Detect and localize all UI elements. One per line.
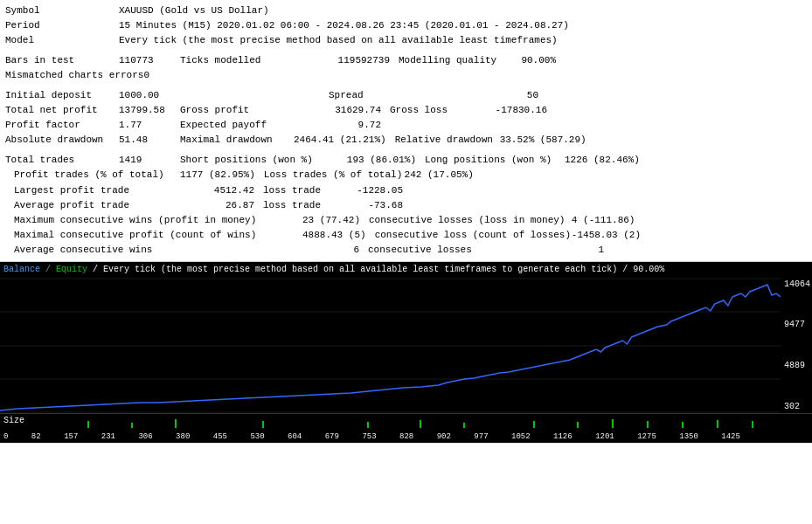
- x-label-1052: 1052: [511, 432, 531, 441]
- avg-profit-value: 26.87: [180, 198, 254, 213]
- total-trades-label: Total trades: [5, 153, 119, 168]
- svg-rect-18: [752, 421, 753, 428]
- profit-factor-row: Profit factor 1.77 Expected payoff 9.72: [5, 118, 807, 133]
- gross-loss-value: -17830.16: [468, 103, 547, 118]
- avg-profit-label: Average profit trade: [5, 198, 180, 213]
- drawdown-row: Absolute drawdown 51.48 Maximal drawdown…: [5, 133, 807, 148]
- largest-trade-row: Largest profit trade 4512.42 loss trade …: [5, 183, 807, 198]
- abs-dd-label: Absolute drawdown: [5, 133, 119, 148]
- total-trades-value: 1419: [119, 153, 180, 168]
- x-label-82: 82: [31, 432, 41, 441]
- chart-header: Balance / Equity / Every tick (the most …: [0, 262, 812, 278]
- bars-value: 110773: [119, 53, 180, 68]
- x-axis-labels: 0 82 157 231 306 380 455 530 604 679 753…: [3, 432, 740, 441]
- largest-profit-label: Largest profit trade: [5, 183, 180, 198]
- mismatched-value: 0: [143, 68, 231, 83]
- x-label-1126: 1126: [553, 432, 573, 441]
- max-dd-value: 2464.41 (21.21%): [294, 133, 386, 148]
- model-row: Model Every tick (the most precise metho…: [5, 33, 807, 48]
- avg-consec-wins-label: Average consecutive wins: [5, 243, 302, 258]
- profit-factor-label: Profit factor: [5, 118, 119, 133]
- net-profit-row: Total net profit 13799.58 Gross profit 3…: [5, 103, 807, 118]
- svg-rect-6: [131, 423, 133, 428]
- deposit-value: 1000.00: [119, 88, 329, 103]
- x-label-1350: 1350: [679, 432, 698, 441]
- symbol-value: XAUUSD (Gold vs US Dollar): [119, 3, 269, 18]
- max-consec-row: Maximum consecutive wins (profit in mone…: [5, 213, 807, 228]
- abs-dd-value: 51.48: [119, 133, 180, 148]
- y-axis-labels: 14064 9477 4889 302: [784, 278, 810, 413]
- avg-consec-losses-value: 1: [534, 243, 604, 258]
- chart-container: Balance / Equity / Every tick (the most …: [0, 261, 812, 431]
- svg-rect-17: [717, 420, 718, 428]
- average-trade-row: Average profit trade 26.87 loss trade -7…: [5, 198, 807, 213]
- net-profit-label: Total net profit: [5, 103, 119, 118]
- svg-rect-13: [577, 422, 579, 428]
- ticks-label: Ticks modelled: [180, 53, 302, 68]
- short-pos-label: Short positions (won %): [180, 153, 342, 168]
- x-label-157: 157: [64, 432, 78, 441]
- avg-loss-label: loss trade: [254, 198, 333, 213]
- svg-rect-16: [682, 422, 684, 428]
- max-losses-value: 4 (-111.86): [565, 213, 635, 228]
- x-label-977: 977: [474, 432, 488, 441]
- deposit-row: Initial deposit 1000.00 Spread 50: [5, 88, 807, 103]
- avg-consec-losses-label: consecutive losses: [359, 243, 534, 258]
- loss-trades-value: 242 (17.05%): [404, 168, 474, 183]
- gross-profit-label: Gross profit: [180, 103, 294, 118]
- size-bars-svg: [0, 414, 778, 431]
- max-losses-label: consecutive losses (loss in money): [360, 213, 565, 228]
- largest-loss-label: loss trade: [254, 183, 333, 198]
- y-label-2: 9477: [784, 320, 810, 329]
- svg-rect-8: [262, 421, 264, 428]
- max-consec-loss-label: consecutive loss (count of losses): [366, 228, 571, 243]
- long-pos-value: 1226 (82.46%): [565, 153, 640, 168]
- spread-value: 50: [468, 88, 538, 103]
- max-consec-loss-value: -1458.03 (2): [571, 228, 641, 243]
- ticks-value: 119592739: [302, 53, 390, 68]
- model-label: Model: [5, 33, 119, 48]
- bars-row: Bars in test 110773 Ticks modelled 11959…: [5, 53, 807, 68]
- avg-consec-row: Average consecutive wins 6 consecutive l…: [5, 243, 807, 258]
- largest-profit-value: 4512.42: [180, 183, 254, 198]
- total-trades-row: Total trades 1419 Short positions (won %…: [5, 153, 807, 168]
- svg-rect-7: [175, 419, 177, 428]
- x-label-0: 0: [3, 432, 8, 441]
- max-wins-value: 23 (77.42): [302, 213, 360, 228]
- mq-value: 90.00%: [503, 53, 556, 68]
- y-label-top: 14064: [784, 279, 810, 289]
- separator1: /: [45, 265, 56, 274]
- largest-loss-value: -1228.05: [333, 183, 403, 198]
- expected-payoff-label: Expected payoff: [180, 118, 294, 133]
- x-label-604: 604: [288, 432, 302, 441]
- x-label-1275: 1275: [637, 432, 656, 441]
- expected-payoff-value: 9.72: [294, 118, 381, 133]
- x-label-1201: 1201: [595, 432, 614, 441]
- max-dd-label: Maximal drawdown: [180, 133, 294, 148]
- svg-rect-9: [367, 422, 369, 428]
- avg-consec-wins-value: 6: [302, 243, 359, 258]
- loss-trades-label: Loss trades (% of total): [255, 168, 404, 183]
- size-bar-area: Size: [0, 413, 812, 431]
- period-value: 15 Minutes (M15) 2020.01.02 06:00 - 2024…: [119, 18, 569, 33]
- deposit-label: Initial deposit: [5, 88, 119, 103]
- y-label-bottom: 302: [784, 402, 810, 411]
- rel-dd-value: 33.52% (587.29): [500, 133, 586, 148]
- y-label-3: 4889: [784, 361, 810, 370]
- symbol-row: Symbol XAUUSD (Gold vs US Dollar): [5, 3, 807, 18]
- x-label-1425: 1425: [721, 432, 740, 441]
- svg-rect-10: [420, 420, 421, 428]
- x-label-455: 455: [213, 432, 227, 441]
- mismatched-label: Mismatched charts errors: [5, 68, 143, 83]
- period-label: Period: [5, 18, 119, 33]
- x-label-306: 306: [138, 432, 152, 441]
- profit-trades-label: Profit trades (% of total): [5, 168, 180, 183]
- profit-trades-value: 1177 (82.95%): [180, 168, 255, 183]
- balance-line: [0, 285, 781, 410]
- chart-body: 14064 9477 4889 302: [0, 278, 812, 413]
- net-profit-value: 13799.58: [119, 103, 180, 118]
- mq-label: Modelling quality: [390, 53, 503, 68]
- x-label-902: 902: [437, 432, 451, 441]
- max-consec-profit-value: 4888.43 (5): [302, 228, 366, 243]
- svg-rect-14: [612, 419, 614, 428]
